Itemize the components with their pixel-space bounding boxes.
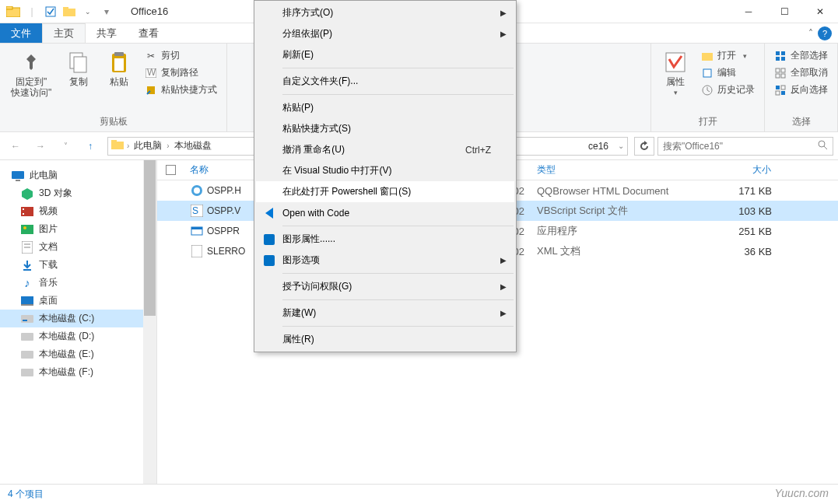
cm-open-code[interactable]: Open with Code	[256, 202, 514, 223]
svg-rect-2	[46, 7, 55, 16]
cm-open-powershell[interactable]: 在此处打开 Powershell 窗口(S)	[256, 181, 514, 202]
select-none-button[interactable]: 全部取消	[771, 65, 831, 80]
cm-open-vs[interactable]: 在 Visual Studio 中打开(V)	[256, 160, 514, 181]
checkbox-icon[interactable]	[42, 3, 59, 20]
forward-button[interactable]: →	[30, 137, 51, 156]
properties-icon	[663, 50, 688, 75]
svg-rect-21	[776, 68, 780, 72]
dropdown-icon[interactable]: ⌄	[618, 142, 624, 150]
pin-button[interactable]: 固定到" 快速访问"	[6, 47, 56, 102]
ribbon-group-select: 全部选择 全部取消 反向选择 选择	[765, 44, 838, 131]
pc-icon	[11, 170, 25, 182]
crumb-drive[interactable]: 本地磁盘	[173, 139, 213, 152]
tree-pictures[interactable]: 图片	[0, 220, 156, 238]
cm-groupby[interactable]: 分组依据(P)▶	[256, 23, 514, 44]
video-icon	[20, 205, 34, 218]
svg-rect-1	[6, 6, 12, 9]
cut-button[interactable]: ✂剪切	[142, 48, 220, 63]
cm-undo[interactable]: 撤消 重命名(U)Ctrl+Z	[256, 139, 514, 160]
maximize-button[interactable]: ☐	[766, 0, 802, 23]
svg-rect-43	[21, 296, 33, 304]
cm-refresh[interactable]: 刷新(E)	[256, 44, 514, 65]
edit-button[interactable]: 编辑	[698, 65, 758, 80]
tree-drive-d[interactable]: 本地磁盘 (D:)	[0, 327, 156, 345]
search-icon[interactable]	[817, 139, 828, 152]
scrollbar-vertical[interactable]	[143, 160, 156, 484]
cm-properties[interactable]: 属性(R)	[256, 329, 514, 350]
checkbox-header[interactable]	[157, 165, 184, 175]
search-input[interactable]	[663, 141, 817, 152]
chevron-right-icon[interactable]: ›	[167, 142, 169, 150]
paste-button[interactable]: 粘贴	[101, 47, 137, 90]
open-button[interactable]: 打开▾	[698, 48, 758, 63]
tab-home[interactable]: 主页	[42, 23, 86, 43]
navigation-pane: 此电脑 3D 对象 视频 图片 文档 下载 ♪音乐 桌面 本地磁盘 (C:) 本…	[0, 160, 157, 484]
svg-rect-49	[21, 369, 33, 376]
back-button[interactable]: ←	[5, 137, 26, 156]
tree-downloads[interactable]: 下载	[0, 256, 156, 274]
svg-rect-19	[776, 57, 780, 61]
menu-separator	[282, 273, 514, 274]
crumb-thispc[interactable]: 此电脑	[132, 139, 163, 152]
svg-rect-27	[781, 86, 785, 89]
tree-documents[interactable]: 文档	[0, 238, 156, 256]
tree-drive-e[interactable]: 本地磁盘 (E:)	[0, 345, 156, 363]
qat-divider-icon: |	[23, 3, 40, 20]
shortcut-icon	[145, 84, 157, 96]
window-title: Office16	[131, 5, 168, 17]
cm-graphics-props[interactable]: 图形属性......	[256, 229, 514, 250]
select-all-button[interactable]: 全部选择	[771, 48, 831, 63]
edit-icon	[701, 67, 714, 79]
cm-graphics-opts[interactable]: 图形选项▶	[256, 250, 514, 271]
column-size[interactable]: 大小	[703, 163, 778, 177]
refresh-button[interactable]	[634, 137, 654, 156]
svg-rect-38	[21, 225, 33, 234]
tree-desktop[interactable]: 桌面	[0, 292, 156, 310]
cm-paste[interactable]: 粘贴(P)	[256, 97, 514, 118]
recent-dropdown[interactable]: ˅	[54, 137, 76, 156]
invert-selection-button[interactable]: 反向选择	[771, 82, 831, 97]
svg-rect-15	[703, 69, 711, 77]
copypath-icon: W	[145, 67, 157, 79]
tab-view[interactable]: 查看	[128, 23, 170, 43]
history-button[interactable]: 历史记录	[698, 82, 758, 97]
cm-customize[interactable]: 自定义文件夹(F)...	[256, 71, 514, 92]
copy-path-button[interactable]: W复制路径	[142, 65, 220, 80]
tree-3d-objects[interactable]: 3D 对象	[0, 184, 156, 202]
paste-icon	[107, 50, 131, 75]
qat-overflow-icon[interactable]: ▾	[98, 3, 115, 20]
tree-drive-c[interactable]: 本地磁盘 (C:)	[0, 310, 156, 327]
scrollbar-thumb[interactable]	[144, 160, 156, 316]
svg-rect-24	[781, 74, 785, 78]
cm-new[interactable]: 新建(W)▶	[256, 303, 514, 324]
tab-file[interactable]: 文件	[0, 23, 42, 43]
cm-grant-access[interactable]: 授予访问权限(G)▶	[256, 276, 514, 297]
svg-rect-37	[23, 213, 24, 215]
tree-music[interactable]: ♪音乐	[0, 274, 156, 292]
column-type[interactable]: 类型	[531, 163, 703, 177]
tab-share[interactable]: 共享	[86, 23, 128, 43]
search-box[interactable]	[657, 137, 833, 156]
paste-shortcut-button[interactable]: 粘贴快捷方式	[142, 82, 220, 97]
qat-dropdown-icon[interactable]: ⌄	[79, 3, 96, 20]
minimize-button[interactable]: ─	[731, 0, 766, 23]
cm-paste-shortcut[interactable]: 粘贴快捷方式(S)	[256, 118, 514, 139]
up-button[interactable]: ↑	[79, 137, 101, 156]
properties-button[interactable]: 属性 ▾	[657, 47, 693, 100]
ribbon-collapse-icon[interactable]: ˄	[808, 28, 813, 39]
svg-rect-48	[21, 351, 33, 359]
cm-sort[interactable]: 排序方式(O)▶	[256, 2, 514, 23]
folder-small-icon[interactable]	[61, 3, 78, 20]
tree-this-pc[interactable]: 此电脑	[0, 166, 156, 184]
menu-separator	[282, 226, 514, 226]
close-button[interactable]: ✕	[802, 0, 838, 23]
tree-videos[interactable]: 视频	[0, 202, 156, 220]
help-icon[interactable]: ?	[818, 26, 832, 40]
svg-rect-28	[776, 91, 780, 95]
copy-button[interactable]: 复制	[61, 47, 96, 90]
documents-icon	[20, 241, 34, 254]
tree-drive-f[interactable]: 本地磁盘 (F:)	[0, 363, 156, 381]
chevron-right-icon[interactable]: ›	[127, 142, 129, 150]
crumb-end: ce16	[587, 141, 610, 152]
drive-icon	[20, 348, 34, 361]
